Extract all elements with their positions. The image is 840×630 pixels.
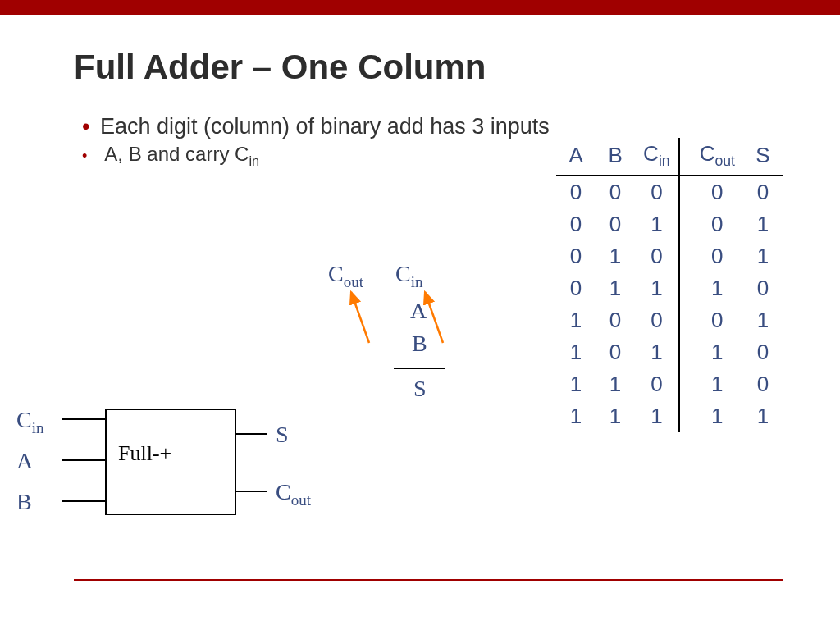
footer-rule bbox=[74, 579, 783, 581]
cell-s: 1 bbox=[743, 400, 783, 432]
th-b: B bbox=[596, 138, 635, 176]
th-a: A bbox=[556, 138, 596, 176]
cell-cout: 1 bbox=[679, 272, 743, 304]
th-cin: Cin bbox=[635, 138, 679, 176]
th-s: S bbox=[743, 138, 783, 176]
bullet-sub-text: A, B and carry C bbox=[104, 143, 249, 165]
wire-a bbox=[62, 459, 105, 461]
cell-a: 1 bbox=[556, 336, 596, 368]
coladd-arrows bbox=[320, 261, 484, 425]
wire-b bbox=[62, 500, 105, 502]
cell-cin: 1 bbox=[635, 336, 679, 368]
cell-cout: 0 bbox=[679, 304, 743, 336]
block-out-cout-sub: out bbox=[291, 491, 311, 509]
bullet-main: Each digit (column) of binary add has 3 … bbox=[82, 112, 783, 141]
cell-cin: 0 bbox=[635, 240, 679, 272]
table-row: 11010 bbox=[556, 368, 783, 400]
table-row: 10001 bbox=[556, 304, 783, 336]
table-row: 11111 bbox=[556, 400, 783, 432]
cell-a: 1 bbox=[556, 304, 596, 336]
wire-s bbox=[236, 433, 267, 435]
th-cout-main: C bbox=[700, 141, 715, 166]
block-diagram: Cin A B Full-+ S Cout bbox=[16, 400, 312, 564]
slide-title: Full Adder – One Column bbox=[74, 48, 783, 87]
table-row: 10110 bbox=[556, 336, 783, 368]
cell-a: 1 bbox=[556, 400, 596, 432]
cell-cin: 0 bbox=[635, 176, 679, 208]
column-add-diagram: Cout Cin A B S bbox=[320, 261, 484, 425]
cell-a: 0 bbox=[556, 208, 596, 240]
block-box: Full-+ bbox=[105, 409, 236, 515]
truth-table: A B Cin Cout S 0000000101010010111010001… bbox=[556, 138, 783, 432]
cell-s: 0 bbox=[743, 368, 783, 400]
block-in-cin: Cin bbox=[16, 407, 44, 437]
cell-b: 0 bbox=[596, 304, 635, 336]
cell-cin: 0 bbox=[635, 304, 679, 336]
th-cin-main: C bbox=[643, 141, 659, 166]
cell-a: 0 bbox=[556, 240, 596, 272]
cell-s: 1 bbox=[743, 208, 783, 240]
table-row: 00101 bbox=[556, 208, 783, 240]
cell-b: 1 bbox=[596, 272, 635, 304]
cell-b: 0 bbox=[596, 208, 635, 240]
cell-cout: 1 bbox=[679, 336, 743, 368]
th-cout: Cout bbox=[679, 138, 743, 176]
block-in-cin-sub: in bbox=[32, 419, 44, 436]
svg-line-1 bbox=[425, 292, 443, 343]
cell-b: 0 bbox=[596, 336, 635, 368]
th-cin-sub: in bbox=[659, 153, 670, 169]
truth-header-row: A B Cin Cout S bbox=[556, 138, 783, 176]
wire-cin bbox=[62, 418, 105, 420]
cell-cin: 1 bbox=[635, 400, 679, 432]
th-cout-sub: out bbox=[714, 153, 735, 169]
cell-cout: 0 bbox=[679, 176, 743, 208]
cell-a: 1 bbox=[556, 368, 596, 400]
cell-s: 1 bbox=[743, 304, 783, 336]
cell-cin: 1 bbox=[635, 272, 679, 304]
cell-s: 0 bbox=[743, 272, 783, 304]
block-in-cin-main: C bbox=[16, 407, 32, 432]
cell-s: 1 bbox=[743, 240, 783, 272]
bullet-sub-subscript: in bbox=[249, 153, 259, 168]
cell-a: 0 bbox=[556, 272, 596, 304]
cell-cout: 1 bbox=[679, 400, 743, 432]
wire-cout bbox=[236, 491, 267, 492]
cell-cout: 1 bbox=[679, 368, 743, 400]
cell-b: 1 bbox=[596, 400, 635, 432]
block-out-s: S bbox=[276, 422, 289, 448]
svg-line-0 bbox=[351, 292, 369, 343]
block-in-b: B bbox=[16, 489, 32, 515]
cell-cin: 0 bbox=[635, 368, 679, 400]
cell-s: 0 bbox=[743, 336, 783, 368]
table-row: 00000 bbox=[556, 176, 783, 208]
cell-b: 1 bbox=[596, 240, 635, 272]
block-box-label: Full-+ bbox=[118, 441, 171, 465]
cell-cout: 0 bbox=[679, 240, 743, 272]
slide-body: Full Adder – One Column Each digit (colu… bbox=[0, 15, 840, 630]
block-out-cout: Cout bbox=[276, 479, 311, 509]
cell-b: 1 bbox=[596, 368, 635, 400]
cell-s: 0 bbox=[743, 176, 783, 208]
block-in-a: A bbox=[16, 448, 33, 474]
block-out-cout-main: C bbox=[276, 479, 291, 504]
table-row: 01110 bbox=[556, 272, 783, 304]
cell-cin: 1 bbox=[635, 208, 679, 240]
cell-b: 0 bbox=[596, 176, 635, 208]
top-accent-bar bbox=[0, 0, 840, 15]
cell-cout: 0 bbox=[679, 208, 743, 240]
cell-a: 0 bbox=[556, 176, 596, 208]
table-row: 01001 bbox=[556, 240, 783, 272]
